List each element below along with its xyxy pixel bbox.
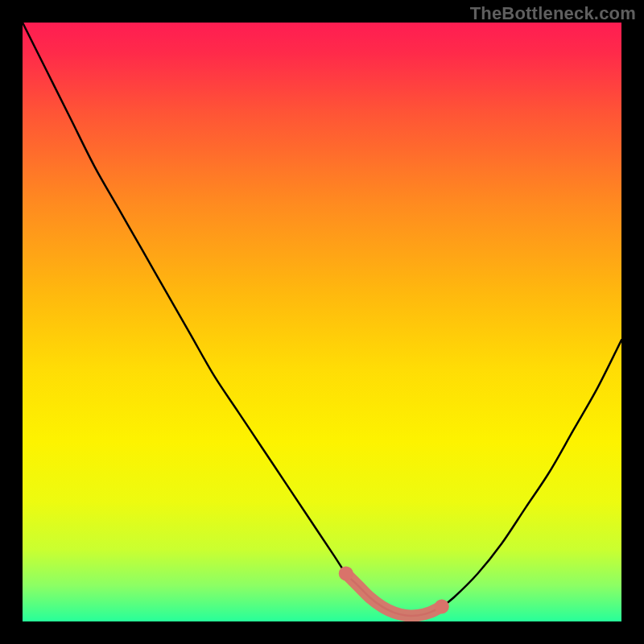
- gradient-background: [23, 23, 621, 621]
- watermark-text: TheBottleneck.com: [470, 3, 636, 24]
- bottleneck-chart: [23, 23, 621, 621]
- chart-svg: [23, 23, 621, 621]
- chart-frame: TheBottleneck.com: [0, 0, 644, 644]
- highlight-end-dot: [435, 599, 449, 613]
- highlight-start-dot: [339, 566, 353, 580]
